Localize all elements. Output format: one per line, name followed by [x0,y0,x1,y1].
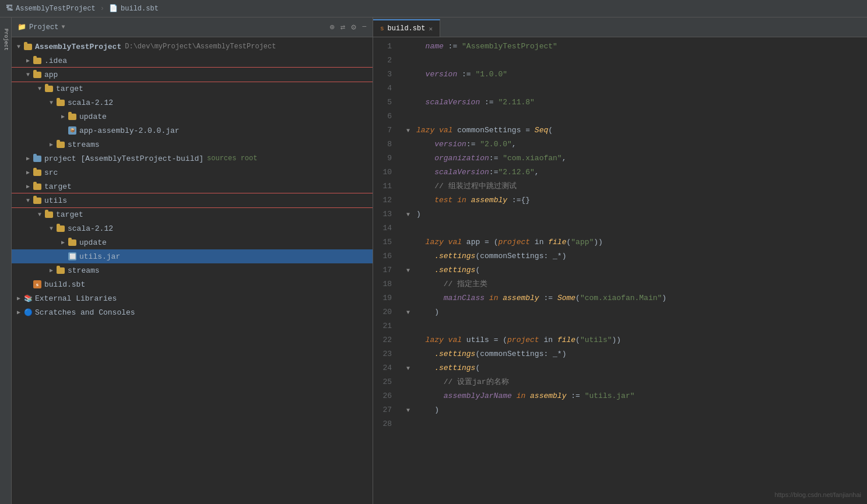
tree-utils-jar[interactable]: ⬜ utils.jar [12,249,373,263]
tree-idea[interactable]: ▶ .idea [12,54,373,68]
tree-scala212-app[interactable]: ▼ scala-2.12 [12,96,373,110]
gi-20: ▼ [402,305,414,319]
watermark: https://blog.csdn.net/fanjianhai [774,491,861,498]
tree-src[interactable]: ▶ src [12,165,373,179]
tab-close-button[interactable]: ✕ [429,25,433,33]
title-bar-text: 🏗 AssemblyTestProject › 📄 build.sbt [6,4,159,13]
gi-3 [402,68,414,82]
vertical-tab-project[interactable]: Project [1,22,11,57]
tree-project[interactable]: ▶ project [AssemblyTestProject-build] so… [12,151,373,165]
scala212-app-icon [56,98,65,107]
build-sbt-arrow [23,281,33,288]
src-label: src [44,168,58,177]
locate-icon[interactable]: ⊕ [329,22,334,32]
ln-23: 23 [373,347,396,361]
tree-streams-utils[interactable]: ▶ streams [12,263,373,277]
project-label: project [AssemblyTestProject-build] [44,154,203,163]
target-utils-label: target [56,210,83,219]
streams-utils-label: streams [68,266,100,275]
tree-update-app[interactable]: ▶ update [12,110,373,124]
sidebar-title: 📁 Project ▼ [17,23,65,31]
gi-16 [402,249,414,263]
gi-12 [402,193,414,207]
tree-utils[interactable]: ▼ utils [12,193,373,207]
gi-6 [402,110,414,124]
tree-update-utils[interactable]: ▶ update [12,235,373,249]
ln-19: 19 [373,291,396,305]
gi-9 [402,151,414,165]
target-folder-icon [33,182,42,191]
ln-8: 8 [373,138,396,151]
update-app-label: update [79,112,107,121]
vertical-tabs: Project [0,17,12,504]
code-line-10: scalaVersion:="2.12.6", [416,165,867,179]
gi-14 [402,221,414,235]
src-arrow: ▶ [23,169,33,176]
tree-app-jar[interactable]: 📦 app-assembly-2.0.0.jar [12,124,373,138]
gi-10 [402,165,414,179]
line-numbers: 1 2 3 4 5 6 7 8 9 10 11 12 13 14 15 16 1… [373,37,402,504]
code-content[interactable]: name := "AssemblyTestProject" version :=… [414,37,867,504]
project-tag: sources root [207,154,257,163]
target-utils-arrow: ▼ [35,212,44,218]
tree-app[interactable]: ▼ app [12,68,373,82]
scala212-app-arrow: ▼ [47,100,56,106]
editor-tab-build-sbt[interactable]: s build.sbt ✕ [373,19,440,37]
streams-app-arrow: ▶ [47,141,56,148]
tree-root[interactable]: ▼ AssemblyTestProject D:\dev\myProject\A… [12,40,373,54]
app-label: app [44,71,58,79]
tree-target-utils[interactable]: ▼ target [12,207,373,221]
tab-file-icon: s [380,25,384,32]
ext-libs-label: External Libraries [35,294,117,303]
tree-target[interactable]: ▶ target [12,179,373,193]
ln-3: 3 [373,68,396,82]
code-editor: 1 2 3 4 5 6 7 8 9 10 11 12 13 14 15 16 1… [373,37,867,504]
target-arrow: ▶ [23,183,33,190]
utils-jar-arrow [58,253,68,260]
ln-2: 2 [373,54,396,68]
title-project: AssemblyTestProject [16,5,96,13]
tab-label: build.sbt [388,24,426,33]
tree-build-sbt[interactable]: s build.sbt [12,277,373,291]
gi-2 [402,54,414,68]
code-line-14 [416,221,867,235]
scratches-arrow: ▶ [14,309,23,316]
app-jar-icon: 📦 [68,126,77,135]
streams-app-icon [56,140,65,149]
code-line-16: .settings(commonSettings: _*) [416,249,867,263]
settings-icon[interactable]: ⇄ [341,22,345,32]
sidebar: 📁 Project ▼ ⊕ ⇄ ⚙ − ▼ AssemblyTestProjec… [12,17,373,504]
ln-7: 7 [373,124,396,138]
tree-target-app[interactable]: ▼ target [12,82,373,96]
root-folder-icon [23,42,33,51]
tree-streams-app[interactable]: ▶ streams [12,138,373,151]
code-line-5: scalaVersion := "2.11.8" [416,96,867,110]
gear-icon[interactable]: ⚙ [351,22,356,32]
root-arrow: ▼ [14,44,23,50]
utils-jar-icon: ⬜ [68,252,77,261]
ln-21: 21 [373,319,396,333]
tree-scratches[interactable]: ▶ 🔵 Scratches and Consoles [12,305,373,319]
gi-23 [402,347,414,361]
gi-8 [402,138,414,151]
code-line-23: .settings(commonSettings: _*) [416,347,867,361]
minimize-icon[interactable]: − [362,22,367,32]
app-jar-arrow [58,128,68,134]
ln-22: 22 [373,333,396,347]
scala212-utils-icon [56,224,65,233]
code-line-2 [416,54,867,68]
streams-utils-arrow: ▶ [47,267,56,274]
gi-21 [402,319,414,333]
ln-24: 24 [373,361,396,375]
tree-scala212-utils[interactable]: ▼ scala-2.12 [12,221,373,235]
code-line-8: version:= "2.0.0", [416,138,867,151]
ln-4: 4 [373,82,396,96]
ln-27: 27 [373,403,396,417]
scratches-label: Scratches and Consoles [35,308,135,317]
gi-22 [402,333,414,347]
code-line-26: assemblyJarName in assembly := "utils.ja… [416,389,867,403]
gi-11 [402,179,414,193]
tree-ext-libs[interactable]: ▶ 📚 External Libraries [12,291,373,305]
ln-25: 25 [373,375,396,389]
gi-17: ▼ [402,263,414,277]
